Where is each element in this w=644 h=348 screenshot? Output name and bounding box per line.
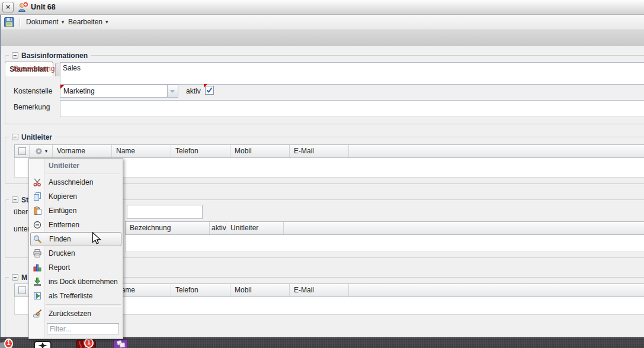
checkbox-icon — [18, 286, 26, 294]
arrow-down-dock-icon — [33, 277, 42, 286]
menu-item-drucken[interactable]: Drucken — [30, 246, 121, 260]
column-header-vorname[interactable]: Vorname — [53, 145, 112, 157]
column-header-filler — [349, 145, 644, 157]
star-icon — [35, 342, 50, 348]
notification-badge: 1 — [4, 339, 13, 348]
column-header-filler — [349, 284, 644, 297]
aktiv-checkbox[interactable] — [205, 86, 214, 95]
toolbar-separator — [20, 18, 21, 27]
window-titlebar: × Unit 68 — [0, 0, 644, 15]
fieldset-legend: − Basisinformationen — [9, 51, 91, 60]
basisinformationen-title: Basisinformationen — [21, 51, 88, 60]
struktur-grid-header: Bezeichnung aktiv Unitleiter — [125, 221, 644, 235]
fieldset-legend: − Unitleiter — [9, 133, 55, 141]
column-header-name[interactable]: Name — [112, 145, 171, 157]
gear-icon — [34, 147, 43, 156]
untergeordnet-label: unter — [14, 225, 30, 233]
notification-badge: 1 — [84, 338, 94, 348]
uebergeordnet-input[interactable] — [127, 205, 203, 219]
kostenstelle-label: Kostenstelle — [14, 87, 52, 95]
menu-item-report[interactable]: Report — [30, 260, 121, 275]
menu-item-zuruecksetzen[interactable]: Zurücksetzen — [30, 307, 121, 321]
checkbox-icon — [18, 147, 26, 155]
tab-bar: Stammblatt Sonstiges — [0, 30, 644, 46]
unitleiter-title: Unitleiter — [21, 133, 52, 141]
struktur-grid-body[interactable] — [125, 235, 644, 252]
menu-bearbeiten[interactable]: Bearbeiten ▾ — [65, 16, 111, 28]
bar-chart-icon — [33, 263, 42, 272]
dock-icon-purple[interactable] — [113, 339, 128, 348]
menu-bearbeiten-label: Bearbeiten — [68, 18, 102, 26]
dirty-flag — [60, 85, 64, 89]
struktur-title: St — [21, 196, 28, 204]
dice-shapes-icon — [114, 340, 127, 348]
dirty-flag — [204, 84, 207, 88]
bezeichnung-label: Bezeichnung — [14, 65, 55, 73]
bemerkung-input[interactable] — [60, 100, 644, 117]
menu-item-finden[interactable]: Finden — [30, 232, 121, 246]
context-menu: Unitleiter Ausschneiden Kopieren — [28, 158, 123, 339]
column-header-mobil[interactable]: Mobil — [230, 284, 290, 297]
column-header-bezeichnung[interactable]: Bezeichnung — [126, 222, 210, 234]
combo-trigger[interactable] — [167, 85, 178, 97]
menu-item-einfuegen[interactable]: Einfügen — [30, 204, 121, 218]
menu-dokument[interactable]: Dokument ▾ — [23, 16, 67, 28]
application-window: × Unit 68 — [0, 0, 644, 348]
paste-icon — [33, 206, 42, 215]
unitleiter-grid-header: ▾ Vorname Name Telefon Mobil E-Mail — [14, 144, 644, 158]
fieldset-legend: − M — [9, 273, 30, 282]
column-header-aktiv[interactable]: aktiv — [210, 222, 226, 234]
menu-item-kopieren[interactable]: Kopieren — [30, 189, 121, 204]
unit-person-icon — [17, 1, 29, 13]
collapse-icon[interactable]: − — [12, 134, 18, 140]
collapse-icon[interactable]: − — [12, 274, 18, 281]
uebergeordnet-label: über — [14, 208, 28, 216]
context-menu-title: Unitleiter — [49, 162, 79, 170]
column-header-email[interactable]: E-Mail — [290, 284, 349, 297]
bezeichnung-input[interactable]: Sales — [60, 62, 644, 85]
mitarbeiter-title: M — [21, 273, 27, 282]
gear-menu-button[interactable]: ▾ — [30, 145, 53, 157]
close-icon: × — [6, 2, 11, 11]
column-header-unitleiter[interactable]: Unitleiter — [226, 222, 284, 234]
column-header-filler — [284, 222, 644, 234]
close-button[interactable]: × — [2, 2, 14, 12]
printer-icon — [33, 249, 42, 258]
dropdown-arrow-icon — [170, 90, 175, 93]
save-floppy-icon — [4, 21, 15, 30]
result-list-icon — [33, 291, 42, 301]
column-header-email[interactable]: E-Mail — [290, 145, 349, 157]
column-header-telefon[interactable]: Telefon — [171, 145, 230, 157]
caret-down-icon: ▾ — [105, 19, 108, 25]
column-header-mobil[interactable]: Mobil — [230, 145, 290, 157]
remove-icon — [33, 220, 42, 230]
menu-item-trefferliste[interactable]: als Trefferliste — [30, 289, 121, 303]
select-all-checkbox[interactable] — [15, 145, 30, 157]
search-icon — [33, 234, 42, 244]
menu-item-entfernen[interactable]: Entfernen — [30, 218, 121, 232]
menu-item-ausschneiden[interactable]: Ausschneiden — [30, 175, 121, 189]
broom-icon — [33, 309, 42, 318]
scissors-icon — [33, 178, 42, 187]
kostenstelle-combo[interactable]: Marketing — [60, 85, 178, 98]
fieldset-basisinformationen: − Basisinformationen Bezeichnung Sales K… — [5, 55, 644, 124]
filter-input[interactable] — [47, 323, 119, 334]
caret-down-icon: ▾ — [45, 145, 47, 157]
aktiv-label: aktiv — [186, 87, 201, 95]
window-left-border — [0, 15, 1, 337]
kostenstelle-value: Marketing — [63, 85, 95, 97]
save-button[interactable] — [4, 17, 15, 28]
menu-dokument-label: Dokument — [26, 18, 59, 26]
menu-item-ins-dock[interactable]: ins Dock übernehmen — [30, 275, 121, 289]
bemerkung-label: Bemerkung — [14, 103, 50, 111]
window-title: Unit 68 — [31, 3, 56, 11]
collapse-icon[interactable]: − — [12, 196, 18, 203]
select-all-checkbox[interactable] — [15, 284, 30, 297]
dock-icon-star[interactable] — [34, 341, 52, 348]
copy-icon — [33, 192, 42, 201]
toolbar: Dokument ▾ Bearbeiten ▾ — [0, 15, 644, 30]
collapse-icon[interactable]: − — [12, 52, 18, 59]
column-header-telefon[interactable]: Telefon — [171, 284, 230, 297]
caret-down-icon: ▾ — [62, 19, 65, 25]
